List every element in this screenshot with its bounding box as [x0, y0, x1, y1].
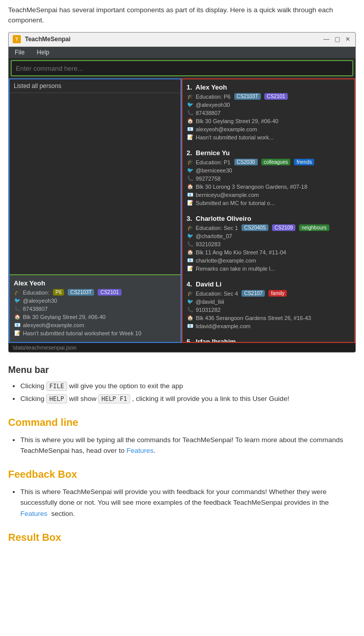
list-item: This is where you will be typing all the…: [20, 435, 356, 456]
person-twitter: 🐦 @charlotte_07: [187, 233, 350, 240]
selected-education: 🎓 Education: P6 CS2103T CS2101: [14, 289, 176, 296]
list-item[interactable]: 1. Alex Yeoh 🎓 Education: P6 CS2103T CS2…: [187, 83, 350, 141]
selected-person-card[interactable]: Alex Yeoh 🎓 Education: P6 CS2103T CS2101…: [10, 274, 180, 342]
twitter-icon: 🐦: [14, 297, 21, 304]
feedback-box-text: This is where TeachMeSenpai will provide…: [20, 488, 329, 507]
status-bar: \data\teachmesenpai.json: [9, 343, 355, 352]
tag: CS2107: [241, 290, 265, 297]
phone-icon: 📞: [14, 305, 21, 312]
features-link[interactable]: Features: [127, 447, 154, 454]
person-twitter: 🐦 @david_liiii: [187, 298, 350, 305]
feedback-box-list: This is where TeachMeSenpai will provide…: [8, 486, 356, 519]
twitter-icon: 🐦: [187, 298, 194, 305]
phone-icon: 📞: [187, 241, 194, 248]
list-item: Clicking FILE will give you the option t…: [20, 381, 356, 392]
tag-p6: P6: [53, 289, 64, 296]
person-name: 5. Irfan Ibrahim: [187, 338, 350, 343]
remark-icon: 📝: [187, 134, 194, 141]
tag: friends: [294, 159, 314, 165]
email-icon: 📧: [187, 323, 194, 330]
tag: CS2109: [272, 224, 295, 231]
selected-phone: 📞 87438807: [14, 305, 176, 312]
command-input-bar[interactable]: [11, 60, 353, 76]
address-icon: 🏠: [187, 183, 194, 190]
person-email: 📧 berniceyu@example.com: [187, 191, 350, 198]
person-twitter: 🐦 @berniceee30: [187, 167, 350, 174]
feedback-box-section: Feedback Box This is where TeachMeSenpai…: [8, 469, 356, 519]
left-panel: Listed all persons Alex Yeoh 🎓 Education…: [9, 78, 181, 343]
menu-bar-section: Menu bar Clicking FILE will give you the…: [8, 365, 356, 404]
left-panel-header: Listed all persons: [10, 79, 180, 93]
person-remark: 📝 Remarks can take in multiple l...: [187, 265, 350, 272]
person-phone: 📞 93210283: [187, 241, 350, 248]
list-item[interactable]: 2. Bernice Yu 🎓 Education: P1 CS2030 col…: [187, 149, 350, 207]
person-email: 📧 charlotte@example.com: [187, 257, 350, 264]
tag: CS2030: [234, 159, 258, 165]
person-name: 1. Alex Yeoh: [187, 83, 350, 91]
person-phone: 📞 87438807: [187, 109, 350, 117]
person-phone: 📞 91031282: [187, 306, 350, 313]
person-education: 🎓 Education: Sec 1 CS2040S CS2109 neighb…: [187, 224, 350, 232]
help-code: HELP: [46, 394, 67, 403]
command-line-section: Command line This is where you will be t…: [8, 417, 356, 456]
address-icon: 🏠: [187, 249, 194, 256]
list-item[interactable]: 4. David Li 🎓 Education: Sec 4 CS2107 fa…: [187, 280, 350, 330]
education-icon: 🎓: [187, 224, 194, 232]
file-menu[interactable]: File: [12, 48, 27, 57]
title-bar: T TeachMeSenpai — ▢ ✕: [9, 33, 355, 47]
app-main: Listed all persons Alex Yeoh 🎓 Education…: [9, 78, 355, 343]
minimize-button[interactable]: —: [322, 36, 330, 43]
email-icon: 📧: [14, 322, 21, 329]
twitter-icon: 🐦: [187, 233, 194, 240]
person-address: 🏠 Blk 30 Lorong 3 Serangoon Gardens, #07…: [187, 183, 350, 190]
help-menu[interactable]: Help: [34, 48, 52, 57]
feedback-box-heading: Feedback Box: [8, 469, 356, 480]
person-address: 🏠 Blk 11 Ang Mo Kio Street 74, #11-04: [187, 249, 350, 256]
selected-person-name: Alex Yeoh: [14, 279, 176, 287]
person-education: 🎓 Education: P6 CS2103T CS2101: [187, 93, 350, 100]
command-line-suffix: .: [154, 447, 156, 454]
selected-address: 🏠 Blk 30 Geylang Street 29, #06-40: [14, 313, 176, 321]
feedback-box-suffix: section.: [49, 510, 75, 517]
education-icon: 🎓: [187, 290, 194, 297]
app-menu-bar: File Help: [9, 47, 355, 58]
education-icon: 🎓: [187, 159, 194, 166]
person-name: 4. David Li: [187, 280, 350, 288]
education-icon: 🎓: [14, 289, 21, 296]
twitter-icon: 🐦: [187, 101, 194, 108]
education-icon: 🎓: [187, 93, 194, 100]
phone-icon: 📞: [187, 109, 194, 117]
tag: family: [268, 290, 287, 297]
list-item: Clicking HELP will show HELP F1 , clicki…: [20, 393, 356, 404]
close-button[interactable]: ✕: [344, 36, 351, 43]
remark-icon: 📝: [187, 199, 194, 207]
list-item[interactable]: 5. Irfan Ibrahim 🎓 Education: P5 CS2040S…: [187, 338, 350, 343]
person-email: 📧 alexyeoh@example.com: [187, 126, 350, 133]
command-line-text: This is where you will be typing all the…: [20, 436, 343, 455]
person-remark: 📝 Submitted an MC for tutorial o...: [187, 199, 350, 207]
tag-cs2103t: CS2103T: [68, 289, 94, 296]
command-input[interactable]: [16, 65, 348, 72]
person-address: 🏠 Blk 436 Serangoon Gardens Street 26, #…: [187, 314, 350, 322]
left-panel-empty: [10, 93, 180, 274]
remark-icon: 📝: [187, 265, 194, 272]
selected-email: 📧 alexyeoh@example.com: [14, 322, 176, 329]
file-code: FILE: [46, 382, 67, 391]
person-remark: 📝 Hasn't submitted tutorial work...: [187, 134, 350, 141]
help-f1-code: HELP F1: [98, 394, 130, 403]
selected-twitter: 🐦 @alexyeoh30: [14, 297, 176, 304]
result-box-heading: Result Box: [8, 532, 356, 543]
features-link-2[interactable]: Features: [20, 510, 47, 517]
title-bar-controls: — ▢ ✕: [322, 36, 351, 43]
result-box-section: Result Box: [8, 532, 356, 543]
maximize-button[interactable]: ▢: [333, 36, 341, 43]
person-education: 🎓 Education: P1 CS2030 colleagues friend…: [187, 159, 350, 166]
list-item[interactable]: 3. Charlotte Oliveiro 🎓 Education: Sec 1…: [187, 215, 350, 272]
person-email: 📧 lidavid@example.com: [187, 323, 350, 330]
selected-remark: 📝 Hasn't submitted tutorial worksheet fo…: [14, 330, 176, 337]
tag: CS2103T: [234, 93, 261, 100]
education-label: Education:: [23, 290, 49, 296]
tag: colleagues: [261, 159, 291, 165]
phone-icon: 📞: [187, 306, 194, 313]
person-name: 3. Charlotte Oliveiro: [187, 215, 350, 222]
